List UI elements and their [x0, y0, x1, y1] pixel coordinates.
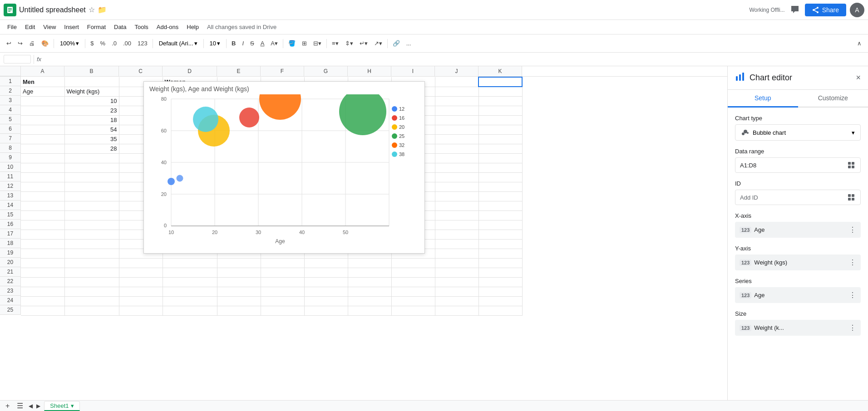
- scroll-right-button[interactable]: ▶: [36, 403, 40, 409]
- doc-title[interactable]: Untitled spreadsheet: [19, 6, 86, 14]
- italic-button[interactable]: I: [239, 38, 247, 49]
- row-header-10[interactable]: 10: [0, 162, 21, 172]
- cell-a6[interactable]: [21, 125, 64, 134]
- col-header-i[interactable]: I: [391, 66, 435, 76]
- cell-b5[interactable]: 18: [64, 115, 119, 125]
- select-range-button[interactable]: [847, 161, 856, 170]
- cell-k8[interactable]: [478, 144, 522, 153]
- row-header-13[interactable]: 13: [0, 191, 21, 201]
- row-header-7[interactable]: 7: [0, 134, 21, 143]
- row-header-11[interactable]: 11: [0, 172, 21, 181]
- cell-j7[interactable]: [435, 134, 478, 144]
- y-axis-more-button[interactable]: ⋮: [849, 258, 856, 267]
- cell-j1[interactable]: [435, 77, 478, 87]
- strikethrough-button[interactable]: S: [247, 38, 257, 49]
- spreadsheet-grid[interactable]: Men Women: [21, 77, 727, 400]
- row-header-12[interactable]: 12: [0, 181, 21, 191]
- chart-type-dropdown[interactable]: Bubble chart ▾: [735, 124, 861, 141]
- row-header-8[interactable]: 8: [0, 143, 21, 153]
- row-header-15[interactable]: 15: [0, 210, 21, 220]
- cell-a8[interactable]: [21, 144, 64, 153]
- row-header-18[interactable]: 18: [0, 239, 21, 248]
- underline-button[interactable]: A: [258, 38, 267, 49]
- row-header-16[interactable]: 16: [0, 220, 21, 229]
- percent-button[interactable]: %: [97, 38, 108, 49]
- row-header-1[interactable]: 1: [0, 77, 21, 86]
- row-header-24[interactable]: 24: [0, 296, 21, 305]
- chart-editor-close-button[interactable]: ×: [856, 73, 861, 83]
- row-header-22[interactable]: 22: [0, 277, 21, 286]
- col-header-j[interactable]: J: [435, 66, 478, 76]
- cell-j4[interactable]: [435, 106, 478, 115]
- menu-insert[interactable]: Insert: [60, 22, 83, 32]
- cell-a2[interactable]: Age: [21, 87, 64, 96]
- col-header-k[interactable]: K: [478, 66, 522, 76]
- cell-b3[interactable]: 10: [64, 96, 119, 106]
- collapse-button[interactable]: ∧: [854, 38, 864, 49]
- row-header-20[interactable]: 20: [0, 258, 21, 267]
- row-header-21[interactable]: 21: [0, 267, 21, 277]
- row-header-2[interactable]: 2: [0, 86, 21, 96]
- comment-button[interactable]: [789, 3, 801, 17]
- cell-b1[interactable]: [64, 77, 119, 87]
- cell-k6[interactable]: [478, 125, 522, 134]
- row-header-17[interactable]: 17: [0, 229, 21, 239]
- menu-data[interactable]: Data: [110, 22, 130, 32]
- tab-customize[interactable]: Customize: [798, 90, 868, 107]
- add-sheet-button[interactable]: +: [4, 402, 11, 410]
- row-header-6[interactable]: 6: [0, 124, 21, 134]
- cell-b6[interactable]: 54: [64, 125, 119, 134]
- fill-color-button[interactable]: 🪣: [286, 38, 298, 49]
- menu-help[interactable]: Help: [183, 22, 202, 32]
- row-header-25[interactable]: 25: [0, 305, 21, 315]
- star-icon[interactable]: ☆: [89, 5, 95, 14]
- cell-j2[interactable]: [435, 87, 478, 96]
- row-header-19[interactable]: 19: [0, 248, 21, 258]
- col-header-a[interactable]: A: [21, 66, 64, 76]
- cell-reference-input[interactable]: [4, 55, 31, 64]
- cell-a5[interactable]: [21, 115, 64, 125]
- print-button[interactable]: 🖨: [26, 38, 38, 49]
- series-more-button[interactable]: ⋮: [849, 291, 856, 299]
- cell-a1[interactable]: Men: [21, 77, 64, 87]
- row-header-23[interactable]: 23: [0, 286, 21, 296]
- col-header-c[interactable]: C: [119, 66, 163, 76]
- cell-j5[interactable]: [435, 115, 478, 125]
- cell-k3[interactable]: [478, 96, 522, 106]
- cell-k2[interactable]: [478, 87, 522, 96]
- user-avatar[interactable]: A: [850, 3, 864, 17]
- format-123-button[interactable]: 123: [135, 38, 150, 49]
- menu-file[interactable]: File: [4, 22, 20, 32]
- sheet-list-button[interactable]: ☰: [15, 401, 25, 410]
- decimal-increase-button[interactable]: .00: [120, 38, 134, 49]
- col-header-g[interactable]: G: [304, 66, 348, 76]
- col-header-h[interactable]: H: [348, 66, 391, 76]
- cell-b8[interactable]: 28: [64, 144, 119, 153]
- paint-format-button[interactable]: 🎨: [39, 38, 51, 49]
- redo-button[interactable]: ↪: [15, 38, 25, 49]
- rotate-button[interactable]: ↗▾: [371, 38, 385, 49]
- cell-k1[interactable]: [478, 77, 522, 87]
- scroll-left-button[interactable]: ◀: [29, 403, 33, 409]
- cell-b7[interactable]: 35: [64, 134, 119, 144]
- text-color-button[interactable]: A▾: [268, 38, 281, 49]
- cell-j6[interactable]: [435, 125, 478, 134]
- cell-a3[interactable]: [21, 96, 64, 106]
- more-button[interactable]: ...: [404, 38, 414, 49]
- decimal-decrease-button[interactable]: .0: [109, 38, 119, 49]
- cell-b2[interactable]: Weight (kgs): [64, 87, 119, 96]
- cell-k4[interactable]: [478, 106, 522, 115]
- menu-view[interactable]: View: [39, 22, 59, 32]
- valign-button[interactable]: ⇕▾: [342, 38, 356, 49]
- sheet-tab-sheet1[interactable]: Sheet1 ▾: [44, 401, 79, 411]
- row-header-4[interactable]: 4: [0, 105, 21, 115]
- cell-a7[interactable]: [21, 134, 64, 144]
- x-axis-more-button[interactable]: ⋮: [849, 225, 856, 234]
- menu-format[interactable]: Format: [84, 22, 109, 32]
- share-button[interactable]: Share: [805, 4, 846, 16]
- wrap-button[interactable]: ↵▾: [357, 38, 370, 49]
- data-range-input[interactable]: [740, 162, 843, 169]
- col-header-b[interactable]: B: [64, 66, 119, 76]
- font-selector[interactable]: Default (Ari... ▾: [155, 39, 201, 48]
- formula-input[interactable]: [44, 56, 864, 63]
